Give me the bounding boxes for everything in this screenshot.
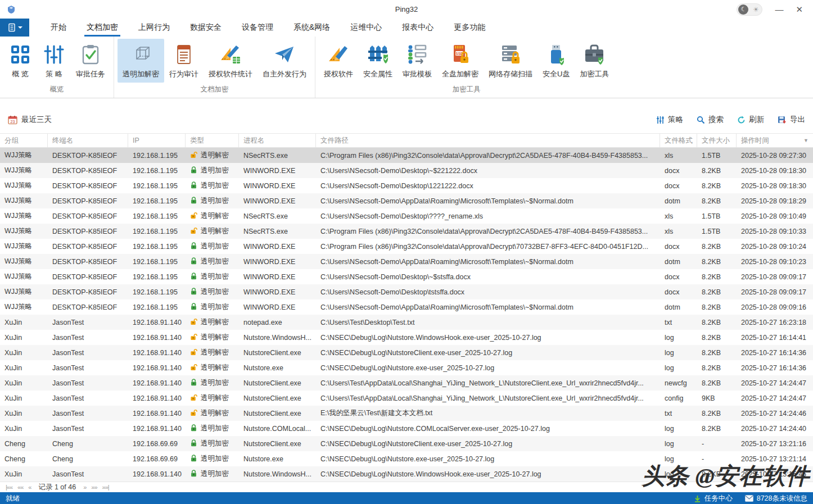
table-row[interactable]: XuJinJasonTest192.168.91.140透明解密Nutstore… [0, 360, 813, 375]
column-header-3[interactable]: IP [128, 134, 186, 147]
search-button[interactable]: 搜索 [697, 115, 724, 125]
ribbon-button[interactable]: 安全属性 [358, 39, 398, 83]
table-row[interactable]: WJJ策略DESKTOP-K85IEOF192.168.1.195透明解密NSe… [0, 224, 813, 239]
lock-closed-icon [190, 197, 197, 206]
table-row[interactable]: XuJinJasonTest192.168.91.140透明解密Nutstore… [0, 391, 813, 406]
ip-cell: 192.168.91.140 [128, 375, 186, 391]
column-header-4[interactable]: 类型 [186, 134, 239, 147]
table-header: 分组终端名IP类型进程名文件路径文件格式文件大小操作时间▼ [0, 133, 813, 148]
close-button[interactable]: ✕ [796, 5, 803, 13]
ribbon-button[interactable]: 授权软件统计 [204, 39, 258, 83]
table-row[interactable]: WJJ策略DESKTOP-K85IEOF192.168.1.195透明加密WIN… [0, 193, 813, 208]
table-row[interactable]: XuJinJasonTest192.168.91.140透明解密notepad.… [0, 315, 813, 330]
ribbon-button[interactable]: 安全U盘 [538, 39, 575, 83]
table-row[interactable]: XuJinJasonTest192.168.91.140透明加密Nutstore… [0, 375, 813, 391]
table-row[interactable]: WJJ策略DESKTOP-K85IEOF192.168.1.195透明解密NSe… [0, 208, 813, 224]
table-row[interactable]: XuJinJasonTest192.168.91.140透明解密Nutstore… [0, 330, 813, 345]
ribbon-button[interactable]: 加密工具 [575, 39, 614, 83]
column-header-6[interactable]: 文件路径 [316, 134, 660, 147]
table-row[interactable]: WJJ策略DESKTOP-K85IEOF192.168.1.195透明加密WIN… [0, 284, 813, 299]
group-cell: XuJin [0, 330, 48, 345]
path-cell: C:\Users\Test\Desktop\Test.txt [316, 315, 660, 330]
process-cell: WINWORD.EXE [239, 254, 316, 269]
ribbon-button[interactable]: 审批模板 [398, 39, 437, 83]
table-row[interactable]: XuJinJasonTest192.168.91.140透明解密Nutstore… [0, 406, 813, 421]
next-group-button[interactable]: »» [91, 484, 97, 491]
refresh-button[interactable]: 刷新 [737, 115, 764, 125]
ribbon-button[interactable]: 授权软件 [319, 39, 358, 83]
table-row[interactable]: WJJ策略DESKTOP-K85IEOF192.168.1.195透明解密NSe… [0, 148, 813, 163]
theme-toggle[interactable]: ☾ ☀ [737, 3, 762, 16]
column-header-9[interactable]: 操作时间▼ [737, 134, 813, 147]
next-page-button[interactable]: » [83, 484, 86, 491]
prev-group-button[interactable]: «« [17, 484, 23, 491]
last-page-button[interactable]: »»| [102, 484, 109, 491]
table-row[interactable]: WJJ策略DESKTOP-K85IEOF192.168.1.195透明加密WIN… [0, 254, 813, 269]
ribbon-button[interactable]: 策 略 [37, 39, 71, 83]
ip-cell: 192.168.1.195 [128, 193, 186, 208]
time-cell: 2025-10-28 09:10:23 [737, 254, 813, 269]
ribbon-button-label: 授权软件 [324, 69, 353, 79]
size-cell: 8.2KB [697, 239, 737, 254]
ribbon-button[interactable]: 概 览 [3, 39, 37, 83]
tab-1[interactable]: 开始 [40, 19, 76, 37]
group-cell: WJJ策略 [0, 254, 48, 269]
ribbon-button[interactable]: 审批任务 [71, 39, 110, 83]
policy-button[interactable]: 策略 [656, 115, 683, 125]
tab-5[interactable]: 设备管理 [232, 19, 283, 37]
column-header-5[interactable]: 进程名 [239, 134, 316, 147]
table-row[interactable]: WJJ策略DESKTOP-K85IEOF192.168.1.195透明加密WIN… [0, 178, 813, 193]
tabbar: 开始文档加密上网行为数据安全设备管理系统&网络运维中心报表中心更多功能 [0, 19, 813, 37]
tab-4[interactable]: 数据安全 [180, 19, 232, 37]
file-menu-button[interactable] [0, 19, 29, 37]
ribbon-button[interactable]: 透明加解密 [118, 39, 164, 83]
prev-page-button[interactable]: « [28, 484, 31, 491]
ribbon-button[interactable]: SSD全盘加解密 [437, 39, 484, 83]
table-row[interactable]: WJJ策略DESKTOP-K85IEOF192.168.1.195透明加密WIN… [0, 163, 813, 178]
tab-3[interactable]: 上网行为 [128, 19, 180, 37]
first-page-button[interactable]: |«« [6, 484, 12, 491]
table-row[interactable]: ChengCheng192.168.69.69透明加密Nutstore.exeC… [0, 451, 813, 466]
table-row[interactable]: WJJ策略DESKTOP-K85IEOF192.168.1.195透明加密WIN… [0, 269, 813, 284]
table-row[interactable]: WJJ策略DESKTOP-K85IEOF192.168.1.195透明加密WIN… [0, 299, 813, 315]
task-center-button[interactable]: 任务中心 [694, 494, 733, 503]
ribbon-button[interactable]: 自主外发行为 [258, 39, 311, 83]
table-row[interactable]: XuJinJasonTest192.168.91.140透明解密Nutstore… [0, 345, 813, 360]
table-row[interactable]: XuJinJasonTest192.168.91.140透明加密Nutstore… [0, 466, 813, 482]
process-cell: WINWORD.EXE [239, 163, 316, 178]
table-row[interactable]: XuJinJasonTest192.168.91.140透明加密Nutstore… [0, 421, 813, 436]
terminal-cell: JasonTest [48, 315, 128, 330]
format-cell: txt [660, 406, 697, 421]
calendar-icon: 23 [8, 115, 17, 125]
column-filter-icon[interactable]: ▼ [803, 138, 809, 143]
tab-7[interactable]: 运维中心 [340, 19, 392, 37]
sun-icon[interactable]: ☀ [751, 4, 761, 15]
moon-icon[interactable]: ☾ [738, 4, 748, 15]
lock-closed-icon [190, 303, 197, 312]
minimize-button[interactable]: — [775, 5, 783, 13]
size-cell: 8.2KB [697, 375, 737, 391]
tab-6[interactable]: 系统&网络 [283, 19, 340, 37]
export-button[interactable]: 导出 [778, 115, 805, 125]
date-range-filter[interactable]: 23 最近三天 [8, 115, 52, 125]
path-cell: C:\Users\NSecsoft-Demo\Desktop\1221222.d… [316, 178, 660, 193]
type-cell: 透明解密 [186, 406, 239, 421]
column-header-1[interactable]: 分组 [0, 134, 48, 147]
tab-9[interactable]: 更多功能 [444, 19, 495, 37]
table-row[interactable]: ChengCheng192.168.69.69透明加密NutstoreClien… [0, 436, 813, 451]
column-header-8[interactable]: 文件大小 [697, 134, 737, 147]
terminal-cell: JasonTest [48, 345, 128, 360]
column-header-7[interactable]: 文件格式 [660, 134, 697, 147]
path-cell: C:\NSEC\Debug\Log\Nutstore.exe-user_2025… [316, 360, 660, 375]
ribbon-button[interactable]: 网络存储扫描 [484, 39, 538, 83]
table-row[interactable]: WJJ策略DESKTOP-K85IEOF192.168.1.195透明加密WIN… [0, 239, 813, 254]
tab-8[interactable]: 报表中心 [392, 19, 444, 37]
size-cell: 8.2KB [697, 284, 737, 299]
records-table: 分组终端名IP类型进程名文件路径文件格式文件大小操作时间▼ WJJ策略DESKT… [0, 133, 813, 482]
group-cell: XuJin [0, 375, 48, 391]
time-cell: 2025-10-27 16:14:36 [737, 345, 813, 360]
column-header-2[interactable]: 终端名 [48, 134, 128, 147]
unread-messages-button[interactable]: 8728条未读信息 [745, 494, 807, 503]
ribbon-button[interactable]: 行为审计 [164, 39, 204, 83]
tab-2[interactable]: 文档加密 [76, 19, 128, 37]
